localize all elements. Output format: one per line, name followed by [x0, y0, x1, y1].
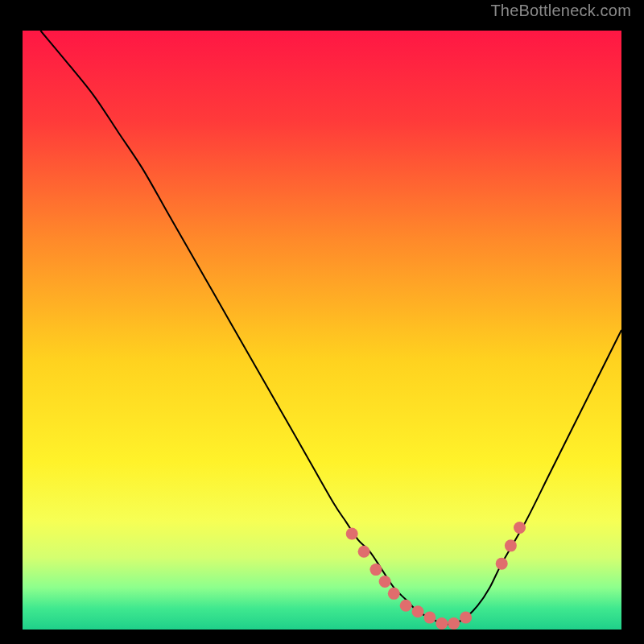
highlight-dot: [514, 522, 526, 534]
highlight-dot: [423, 612, 436, 624]
highlight-dot: [436, 617, 448, 630]
watermark-text: TheBottleneck.com: [490, 2, 631, 20]
gradient-rect: [23, 31, 621, 630]
chart-frame: [11, 19, 633, 641]
highlight-dot: [358, 546, 370, 558]
highlight-dot: [505, 539, 517, 551]
highlight-dot: [379, 576, 391, 588]
highlight-dot: [496, 558, 508, 570]
highlight-dot: [346, 527, 358, 539]
chart-svg: [23, 31, 621, 630]
plot-area: [23, 31, 621, 630]
highlight-dot: [412, 605, 424, 617]
highlight-dot: [448, 617, 460, 630]
highlight-dot: [460, 612, 472, 624]
highlight-dot: [369, 564, 382, 576]
highlight-dot: [388, 588, 400, 600]
highlight-dot: [400, 600, 412, 612]
